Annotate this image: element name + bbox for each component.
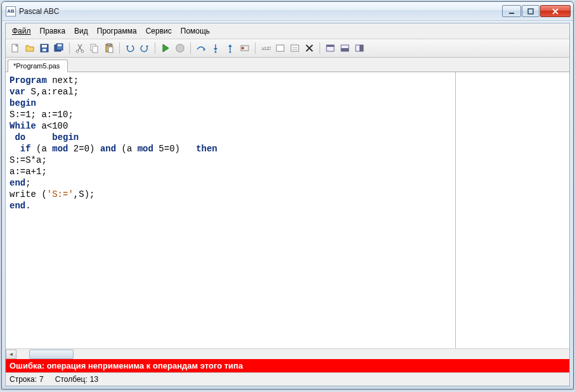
- breakpoint-button[interactable]: [238, 41, 252, 55]
- close-button[interactable]: [540, 5, 571, 17]
- svg-rect-12: [93, 46, 98, 53]
- output-2-icon: [340, 43, 350, 53]
- redo-button[interactable]: [138, 41, 152, 55]
- output-3-icon: [354, 43, 365, 53]
- svg-rect-15: [108, 47, 113, 53]
- svg-rect-5: [42, 49, 46, 51]
- paste-button[interactable]: [102, 41, 116, 55]
- stop-button[interactable]: [173, 41, 187, 55]
- status-line-value: 7: [39, 375, 44, 384]
- code-editor[interactable]: Program next; var S,a:real; begin S:=1; …: [6, 72, 455, 348]
- scroll-thumb[interactable]: [29, 350, 74, 359]
- output-window-2-button[interactable]: [338, 41, 352, 55]
- menubar: Файл Правка Вид Программа Сервис Помощь: [6, 23, 569, 39]
- svg-rect-8: [58, 44, 61, 46]
- svg-rect-23: [291, 45, 299, 51]
- app-icon: AB: [6, 6, 16, 16]
- open-folder-icon: [25, 43, 35, 53]
- cut-button[interactable]: [73, 41, 87, 55]
- step-out-icon: [225, 43, 235, 53]
- client-area: Файл Правка Вид Программа Сервис Помощь: [5, 23, 570, 386]
- svg-text:≥123: ≥123: [262, 46, 271, 51]
- titlebar[interactable]: AB Pascal ABC: [2, 2, 573, 21]
- trace-var-button[interactable]: ≥123: [259, 41, 273, 55]
- run-button[interactable]: [158, 41, 172, 55]
- status-col-label: Столбец:: [55, 375, 87, 384]
- save-all-button[interactable]: [52, 41, 66, 55]
- svg-point-20: [242, 47, 244, 49]
- step-over-button[interactable]: [194, 41, 208, 55]
- cut-icon: [75, 43, 85, 53]
- svg-rect-27: [341, 48, 349, 51]
- editor-area: Program next; var S,a:real; begin S:=1; …: [6, 72, 569, 348]
- svg-point-10: [81, 50, 84, 53]
- minimize-icon: [508, 8, 515, 15]
- error-bar: Ошибка: операция неприменима к операндам…: [6, 359, 569, 372]
- step-over-icon: [196, 43, 206, 53]
- status-bar: Строка: 7 Столбец: 13: [6, 372, 569, 386]
- svg-point-18: [229, 51, 231, 53]
- side-panel: [455, 72, 569, 348]
- menu-edit[interactable]: Правка: [36, 25, 70, 37]
- svg-point-9: [76, 50, 79, 53]
- undo-icon: [125, 43, 135, 53]
- output-window-1-button[interactable]: [323, 41, 337, 55]
- show-graph-window-button[interactable]: [288, 41, 302, 55]
- stop-icon: [175, 43, 185, 53]
- close-windows-icon: [304, 43, 314, 53]
- svg-rect-25: [326, 45, 334, 47]
- maximize-button[interactable]: [522, 5, 539, 17]
- menu-file[interactable]: Файл: [8, 25, 35, 37]
- menu-service[interactable]: Сервис: [142, 25, 176, 37]
- step-out-button[interactable]: [223, 41, 237, 55]
- graph-window-icon: [290, 43, 300, 53]
- show-text-window-button[interactable]: [273, 41, 287, 55]
- toolbar: ≥123: [6, 39, 569, 58]
- status-col-value: 13: [90, 375, 98, 384]
- svg-rect-4: [42, 45, 47, 47]
- output-window-3-button[interactable]: [352, 41, 366, 55]
- text-window-icon: [275, 43, 285, 53]
- maximize-icon: [527, 8, 534, 15]
- output-1-icon: [325, 43, 335, 53]
- status-column: Столбец: 13: [55, 375, 98, 384]
- new-file-icon: [10, 43, 20, 53]
- copy-icon: [89, 43, 100, 53]
- svg-marker-16: [176, 44, 184, 52]
- horizontal-scrollbar[interactable]: ◄: [6, 348, 569, 359]
- menu-help[interactable]: Помощь: [177, 25, 214, 37]
- copy-button[interactable]: [87, 41, 101, 55]
- new-file-button[interactable]: [8, 41, 22, 55]
- open-button[interactable]: [23, 41, 37, 55]
- save-button[interactable]: [37, 41, 51, 55]
- breakpoint-icon: [240, 43, 250, 53]
- svg-rect-29: [359, 45, 363, 51]
- menu-program[interactable]: Программа: [93, 25, 141, 37]
- close-icon: [552, 8, 559, 15]
- paste-icon: [104, 43, 114, 53]
- svg-rect-1: [528, 9, 533, 14]
- scroll-left-button[interactable]: ◄: [6, 350, 16, 359]
- svg-rect-14: [107, 44, 111, 46]
- status-line: Строка: 7: [10, 375, 44, 384]
- svg-point-17: [215, 51, 217, 53]
- step-into-icon: [210, 43, 221, 53]
- save-all-icon: [54, 43, 64, 53]
- minimize-button[interactable]: [502, 5, 521, 17]
- status-line-label: Строка:: [10, 375, 37, 384]
- undo-button[interactable]: [123, 41, 137, 55]
- tab-program5[interactable]: *Program5.pas: [8, 60, 68, 72]
- window-title: Pascal ABC: [19, 7, 59, 16]
- save-icon: [39, 43, 49, 53]
- menu-view[interactable]: Вид: [70, 25, 92, 37]
- app-window: AB Pascal ABC Файл Правка Вид Программа …: [1, 1, 574, 389]
- trace-var-icon: ≥123: [261, 43, 271, 53]
- step-into-button[interactable]: [209, 41, 223, 55]
- close-windows-button[interactable]: [302, 41, 316, 55]
- tabbar: *Program5.pas: [6, 58, 569, 72]
- run-icon: [160, 43, 171, 53]
- svg-rect-22: [276, 45, 284, 51]
- redo-icon: [139, 43, 150, 53]
- svg-rect-0: [509, 13, 514, 14]
